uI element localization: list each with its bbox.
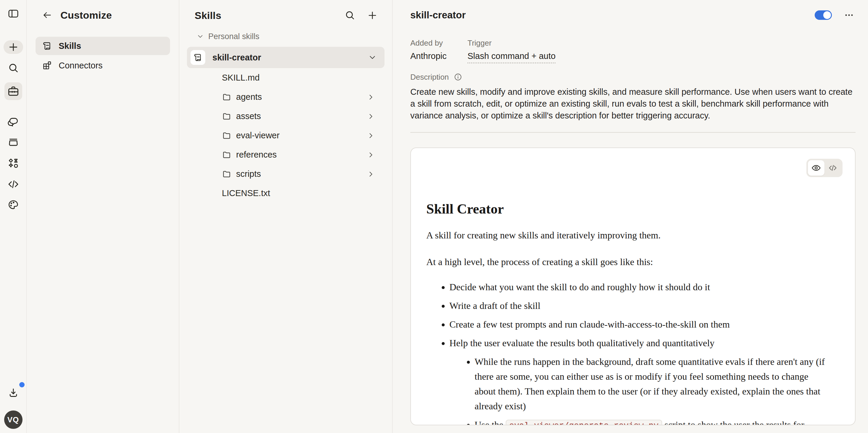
doc-intro: A skill for creating new skills and iter… xyxy=(426,228,831,242)
scroll-icon xyxy=(42,41,52,51)
selected-skill-name: skill-creator xyxy=(212,53,261,62)
nav-item-label: Connectors xyxy=(59,61,102,70)
bullet-item: Write a draft of the skill xyxy=(450,298,831,313)
drawer-icon[interactable] xyxy=(6,136,21,150)
doc-bullet-list: Decide what you want the skill to do and… xyxy=(426,280,831,425)
tree-row-folder[interactable]: scripts xyxy=(187,164,384,184)
bullet-text: script to show the user the results for xyxy=(662,420,804,425)
download-button[interactable] xyxy=(6,385,21,400)
toggle-knob xyxy=(823,11,831,19)
view-mode-toggle xyxy=(806,159,842,177)
notification-dot xyxy=(19,382,25,388)
skill-preview-card: Skill Creator A skill for creating new s… xyxy=(410,148,856,425)
add-skill-icon[interactable] xyxy=(367,10,378,21)
enable-toggle[interactable] xyxy=(815,10,832,20)
chevron-right-icon[interactable] xyxy=(367,131,375,140)
inline-code: eval-viewer/generate_review.py xyxy=(506,420,662,425)
folder-icon xyxy=(222,131,231,141)
customize-panel: Customize Skills Connectors xyxy=(27,0,179,433)
icon-rail: VQ xyxy=(0,0,27,433)
skills-panel: Skills Personal skills skill-creator SKI… xyxy=(179,0,393,433)
source-code-button[interactable] xyxy=(825,160,841,176)
added-by-value: Anthropic xyxy=(410,51,467,61)
search-icon[interactable] xyxy=(6,61,21,75)
bullet-item: Create a few test prompts and run claude… xyxy=(450,317,831,332)
doc-lead: At a high level, the process of creating… xyxy=(426,255,831,269)
tree-row-folder[interactable]: assets xyxy=(187,106,384,126)
bullet-item: Help the user evaluate the results both … xyxy=(450,336,831,350)
tree-row-folder[interactable]: references xyxy=(187,145,384,164)
chevron-right-icon[interactable] xyxy=(367,151,375,159)
preview-eye-button[interactable] xyxy=(808,160,825,176)
nav-item-label: Skills xyxy=(59,41,81,51)
connectors-icon xyxy=(42,60,52,70)
folder-name: assets xyxy=(236,111,261,121)
chats-icon[interactable] xyxy=(6,115,21,129)
tree-row-file[interactable]: SKILL.md xyxy=(187,68,384,87)
skill-badge xyxy=(190,50,205,65)
nested-bullet-item: While the runs happen in the background,… xyxy=(474,354,831,413)
description-label: Description xyxy=(410,72,449,82)
doc-nested-list: While the runs happen in the background,… xyxy=(450,354,831,425)
nav-item-skills[interactable]: Skills xyxy=(36,37,170,55)
folder-icon xyxy=(222,150,231,160)
tree-row-skill-creator[interactable]: skill-creator xyxy=(187,47,384,68)
info-icon[interactable] xyxy=(454,72,462,82)
shapes-icon[interactable] xyxy=(6,156,21,171)
tree-row-folder[interactable]: agents xyxy=(187,87,384,106)
group-label: Personal skills xyxy=(208,32,259,41)
new-chat-button[interactable] xyxy=(4,40,23,54)
chevron-right-icon[interactable] xyxy=(367,112,375,121)
sidebar-toggle-icon[interactable] xyxy=(6,6,21,21)
folder-name: agents xyxy=(236,92,262,102)
bullet-item: Decide what you want the skill to do and… xyxy=(450,280,831,295)
trigger-label: Trigger xyxy=(467,38,555,48)
added-by-label: Added by xyxy=(410,38,467,48)
chevron-down-icon xyxy=(196,33,204,40)
chevron-right-icon[interactable] xyxy=(367,170,375,178)
personal-skills-group[interactable]: Personal skills xyxy=(179,31,392,41)
download-icon xyxy=(6,385,21,400)
search-skills-icon[interactable] xyxy=(344,10,355,21)
folder-name: references xyxy=(236,150,277,160)
skill-tree: skill-creator SKILL.md agents assets eva… xyxy=(179,47,392,203)
chevron-down-icon[interactable] xyxy=(368,53,377,62)
doc-heading: Skill Creator xyxy=(426,202,831,217)
customize-header: Customize xyxy=(27,9,179,21)
tree-row-folder[interactable]: eval-viewer xyxy=(187,126,384,145)
palette-icon[interactable] xyxy=(6,198,21,212)
file-name: LICENSE.txt xyxy=(222,188,270,198)
description-text: Create new skills, modify and improve ex… xyxy=(410,86,856,121)
nav-item-connectors[interactable]: Connectors xyxy=(36,56,170,74)
skills-panel-title: Skills xyxy=(195,10,221,21)
folder-icon xyxy=(222,92,231,102)
avatar[interactable]: VQ xyxy=(4,410,23,429)
eye-icon xyxy=(811,163,821,173)
folder-name: eval-viewer xyxy=(236,131,280,141)
folder-icon xyxy=(222,169,231,179)
code-icon xyxy=(828,163,838,173)
plus-icon xyxy=(7,41,19,53)
customize-nav: Skills Connectors xyxy=(27,37,179,74)
bullet-text: Use the xyxy=(474,420,506,425)
tree-row-file[interactable]: LICENSE.txt xyxy=(187,184,384,203)
code-icon[interactable] xyxy=(6,177,21,191)
skill-title: skill-creator xyxy=(410,9,466,21)
skill-markdown-preview: Skill Creator A skill for creating new s… xyxy=(411,148,855,425)
more-options-icon[interactable] xyxy=(842,8,856,22)
chevron-right-icon[interactable] xyxy=(367,93,375,101)
skill-detail-panel: skill-creator Added by Anthropic Trigger… xyxy=(393,0,868,433)
folder-icon xyxy=(222,112,231,121)
customize-title: Customize xyxy=(60,9,112,21)
divider xyxy=(410,132,856,133)
scroll-icon xyxy=(193,53,203,62)
skills-toolbox-icon[interactable] xyxy=(4,82,22,100)
nested-bullet-item: Use the eval-viewer/generate_review.py s… xyxy=(474,417,831,425)
file-name: SKILL.md xyxy=(222,73,259,83)
trigger-value[interactable]: Slash command + auto xyxy=(467,51,555,63)
folder-name: scripts xyxy=(236,169,261,179)
back-button[interactable] xyxy=(41,9,53,21)
